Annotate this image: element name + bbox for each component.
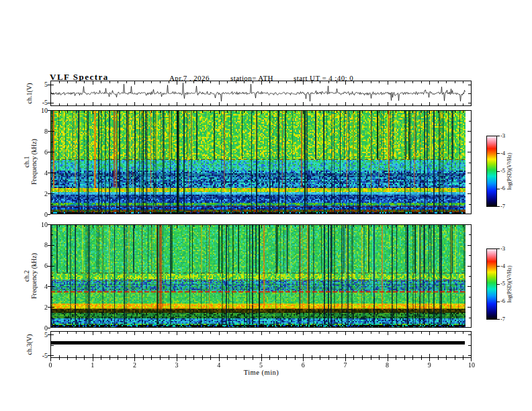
- x-tick-label: 3: [170, 361, 183, 369]
- tick-mark: [497, 302, 500, 302]
- ch2-spectrogram-ylabel: ch.2 Frequency (kHz): [23, 253, 38, 299]
- y-tick-label: 0: [28, 324, 48, 332]
- ch2-spectrogram-ylabel-channel: ch.2: [23, 253, 30, 299]
- tick-mark: [48, 334, 50, 335]
- ch1-colorbar-unit-label: log(PSD)(V²/Hz): [506, 152, 513, 189]
- x-tick-label: 6: [296, 361, 310, 369]
- colorbar-tick-label: -4: [500, 150, 505, 156]
- y-tick-label: 0: [28, 211, 48, 218]
- y-tick-label: 8: [28, 128, 48, 135]
- y-tick-label: 6: [28, 262, 48, 269]
- x-tick-label: 4: [212, 361, 226, 369]
- tick-mark: [48, 307, 50, 308]
- tick-mark: [48, 214, 50, 215]
- tick-mark: [48, 266, 50, 267]
- tick-mark: [497, 189, 500, 189]
- y-tick-label: 5: [28, 331, 48, 338]
- tick-mark: [497, 248, 500, 249]
- ch1-spectrogram-canvas: [50, 110, 472, 214]
- tick-mark: [497, 171, 500, 172]
- y-tick-label: -5: [28, 99, 48, 106]
- colorbar-tick-label: -3: [500, 133, 505, 139]
- x-tick-label: 10: [465, 361, 478, 369]
- ch1-spectrogram-panel: [50, 110, 472, 214]
- tick-mark: [497, 284, 500, 285]
- colorbar-tick-label: -7: [500, 203, 505, 210]
- tick-mark: [48, 193, 50, 194]
- ch1-waveform-panel: [50, 81, 472, 106]
- time-axis-label: Time (min): [244, 369, 279, 376]
- colorbar-tick-label: -3: [500, 246, 505, 252]
- tick-mark: [48, 85, 50, 85]
- x-tick-label: 5: [255, 361, 268, 369]
- tick-mark: [48, 328, 50, 328]
- x-tick-label: 8: [381, 361, 394, 369]
- tick-mark: [48, 245, 50, 246]
- y-tick-label: 10: [28, 107, 48, 114]
- tick-mark: [48, 286, 50, 287]
- tick-mark: [48, 131, 50, 132]
- ch2-spectrogram-ylabel-unit: Frequency (kHz): [30, 253, 38, 299]
- tick-mark: [497, 136, 500, 136]
- y-tick-label: 6: [28, 148, 48, 156]
- y-tick-label: 10: [28, 221, 48, 228]
- tick-mark: [48, 103, 50, 103]
- y-tick-label: 8: [28, 241, 48, 248]
- tick-mark: [48, 152, 50, 152]
- x-tick-label: 2: [128, 361, 141, 369]
- ch2-spectrogram-canvas: [50, 224, 472, 328]
- y-tick-label: 4: [28, 283, 48, 290]
- colorbar-tick-label: -6: [500, 298, 505, 304]
- colorbar-tick-label: -5: [500, 168, 505, 174]
- y-tick-label: 4: [28, 169, 48, 177]
- tick-mark: [497, 206, 500, 207]
- ch2-colorbar-canvas: [486, 248, 497, 320]
- x-tick-label: 7: [339, 361, 352, 369]
- y-tick-label: 5: [28, 81, 48, 88]
- colorbar-tick-label: -4: [500, 263, 505, 269]
- tick-mark: [48, 224, 50, 225]
- ch1-colorbar: [486, 136, 497, 207]
- ch2-colorbar: [486, 248, 497, 320]
- x-tick-label: 9: [423, 361, 436, 369]
- x-tick-label: 1: [86, 361, 99, 369]
- tick-mark: [497, 319, 500, 320]
- tick-mark: [48, 355, 50, 356]
- colorbar-tick-label: -6: [500, 185, 505, 191]
- y-tick-label: 2: [28, 304, 48, 311]
- ch1-spectrogram-ylabel-channel: ch.1: [23, 139, 30, 185]
- colorbar-tick-label: -7: [500, 316, 505, 322]
- ch1-spectrogram-ylabel: ch.1 Frequency (kHz): [23, 139, 38, 185]
- y-tick-label: -5: [28, 352, 48, 359]
- ch1-spectrogram-ylabel-unit: Frequency (kHz): [30, 139, 38, 185]
- x-tick-label: 0: [44, 361, 57, 369]
- ch2-colorbar-unit-label: log(PSD)(V²/Hz): [506, 265, 513, 302]
- ch2-spectrogram-panel: [50, 224, 472, 328]
- ch3-waveform-canvas: [50, 331, 472, 358]
- y-tick-label: 2: [28, 190, 48, 197]
- tick-mark: [497, 153, 500, 154]
- tick-mark: [48, 110, 50, 111]
- ch3-waveform-panel: [50, 331, 472, 358]
- colorbar-tick-label: -5: [500, 281, 505, 287]
- tick-mark: [497, 266, 500, 267]
- vlf-spectra-figure: VLF Spectra Apr.7 , 2026 station= ATH st…: [0, 0, 532, 411]
- ch1-waveform-canvas: [50, 81, 472, 106]
- ch1-colorbar-canvas: [486, 136, 497, 207]
- tick-mark: [48, 173, 50, 173]
